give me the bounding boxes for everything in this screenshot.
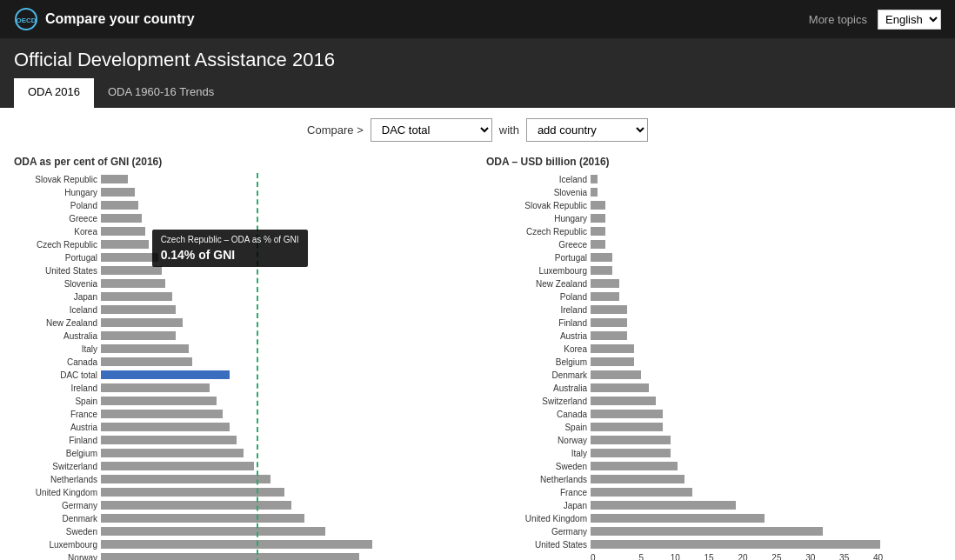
bar-wrapper <box>101 409 469 419</box>
left-bar-row: United Kingdom <box>14 486 469 498</box>
bar-fill <box>591 175 598 183</box>
x-axis-label: 25 <box>759 553 793 560</box>
bar-fill <box>101 214 142 223</box>
left-chart-section: ODA as per cent of GNI (2016) Slovak Rep… <box>14 156 469 560</box>
tab-oda2016[interactable]: ODA 2016 <box>14 78 94 108</box>
right-bar-row: Iceland <box>486 173 941 185</box>
bar-label: Luxembourg <box>486 266 591 276</box>
bar-fill <box>101 501 291 510</box>
bar-fill <box>591 370 641 379</box>
x-axis-label: 35 <box>827 553 861 560</box>
bar-fill <box>591 318 627 327</box>
bar-wrapper <box>591 357 941 367</box>
bar-label: Portugal <box>486 253 591 263</box>
bar-label: Korea <box>486 344 591 354</box>
language-select[interactable]: English <box>878 10 941 30</box>
bar-fill <box>101 370 230 379</box>
bar-label: Belgium <box>14 449 101 458</box>
bar-wrapper <box>591 200 941 210</box>
left-chart-inner: Slovak RepublicHungaryPolandGreeceKoreaC… <box>14 173 469 560</box>
bar-label: Poland <box>14 201 101 210</box>
bar-fill <box>101 383 210 392</box>
bar-label: Austria <box>486 331 591 341</box>
bar-wrapper <box>591 317 941 328</box>
right-bar-row: Netherlands <box>486 473 941 485</box>
bar-fill <box>591 279 619 288</box>
right-bar-row: Luxembourg <box>486 264 941 277</box>
bar-wrapper <box>101 526 469 537</box>
bar-fill <box>101 475 270 483</box>
x-axis-label: 20 <box>726 553 760 560</box>
bar-fill <box>101 357 192 366</box>
bar-label: Finland <box>486 318 591 328</box>
bar-wrapper <box>591 448 941 458</box>
bar-label: Sweden <box>14 527 101 537</box>
bar-label: Slovenia <box>486 188 591 197</box>
bar-fill <box>591 527 823 536</box>
left-bar-row: Belgium <box>14 447 469 459</box>
bar-label: Canada <box>14 357 101 367</box>
bar-wrapper <box>591 213 941 223</box>
bar-label: Italy <box>486 449 591 458</box>
bar-fill <box>591 305 627 314</box>
bar-wrapper <box>591 291 941 302</box>
bar-wrapper <box>591 539 941 550</box>
left-bar-row: United States <box>14 264 469 277</box>
bar-label: Sweden <box>486 462 591 471</box>
bar-wrapper <box>101 239 469 250</box>
tab-trends[interactable]: ODA 1960-16 Trends <box>94 78 228 108</box>
top-bar: OECD Compare your country More topics En… <box>0 0 955 38</box>
bar-label: Switzerland <box>14 462 101 471</box>
bar-wrapper <box>591 383 941 393</box>
main-content: Compare > DAC totalEuropean UnionG7 with… <box>0 108 955 560</box>
bar-label: Poland <box>486 292 591 302</box>
svg-text:OECD: OECD <box>16 17 36 24</box>
right-bar-row: Australia <box>486 382 941 394</box>
bar-fill <box>591 227 605 236</box>
right-bar-row: United States <box>486 538 941 550</box>
bar-wrapper <box>591 474 941 484</box>
bar-label: Iceland <box>14 305 101 315</box>
bar-wrapper <box>101 513 469 523</box>
x-axis-label: 15 <box>692 553 726 560</box>
left-bar-row: Spain <box>14 395 469 407</box>
right-bar-row: Ireland <box>486 303 941 316</box>
bar-label: Japan <box>14 292 101 302</box>
bar-label: Ireland <box>14 383 101 393</box>
compare-select[interactable]: DAC totalEuropean UnionG7 <box>371 118 492 142</box>
right-bar-row: France <box>486 486 941 498</box>
bar-fill <box>101 175 128 183</box>
bar-label: Netherlands <box>486 475 591 484</box>
right-bar-row: Switzerland <box>486 395 941 407</box>
left-bar-row: Finland <box>14 434 469 446</box>
bar-wrapper <box>101 265 469 276</box>
bar-fill <box>591 357 634 366</box>
bar-fill <box>101 344 189 353</box>
left-bar-row: Sweden <box>14 525 469 537</box>
bar-fill <box>591 410 663 418</box>
right-bar-row: New Zealand <box>486 277 941 290</box>
right-bar-row: Portugal <box>486 251 941 263</box>
bar-wrapper <box>591 422 941 432</box>
bar-label: Norway <box>14 553 101 561</box>
bar-wrapper <box>591 409 941 419</box>
more-topics-link[interactable]: More topics <box>809 13 867 26</box>
bar-fill <box>591 383 649 392</box>
bar-label: Hungary <box>14 188 101 197</box>
bar-fill <box>591 331 627 340</box>
left-bar-row: New Zealand <box>14 317 469 329</box>
with-label: with <box>499 123 519 137</box>
page-title-bar: Official Development Assistance 2016 <box>0 38 955 78</box>
x-axis-label: 0 <box>591 553 624 560</box>
bar-wrapper <box>101 200 469 210</box>
bar-fill <box>591 292 619 301</box>
left-bar-row: Austria <box>14 421 469 433</box>
bar-label: Iceland <box>486 175 591 184</box>
right-bar-row: Korea <box>486 343 941 355</box>
bar-wrapper <box>101 383 469 393</box>
bar-wrapper <box>101 187 469 197</box>
left-bar-row: Canada <box>14 356 469 368</box>
bar-label: New Zealand <box>14 318 101 328</box>
right-bar-row: Slovak Republic <box>486 199 941 211</box>
add-country-select[interactable]: add countryAustraliaAustriaBelgium <box>526 118 648 142</box>
